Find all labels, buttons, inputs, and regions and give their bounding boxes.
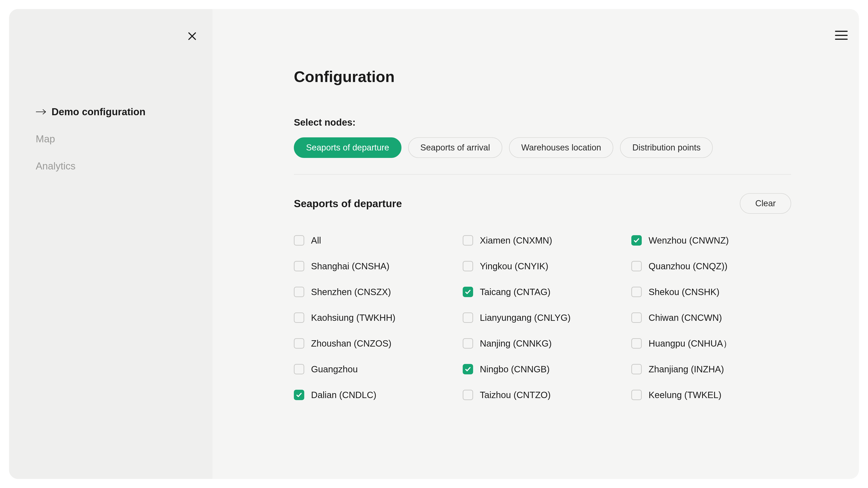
- menu-button[interactable]: [835, 31, 848, 40]
- checkbox-label: Guangzhou: [311, 364, 358, 375]
- checkbox-label: Zhanjiang (INZHA): [649, 364, 724, 375]
- tab-warehouses-location[interactable]: Warehouses location: [509, 137, 613, 158]
- sidebar-item-label: Analytics: [36, 160, 75, 172]
- checkbox-grid: AllShanghai (CNSHA)Shenzhen (CNSZX)Kaohs…: [294, 234, 791, 401]
- checkbox-box[interactable]: [294, 235, 304, 246]
- checkbox-box[interactable]: [631, 338, 642, 349]
- checkbox-box[interactable]: [294, 364, 304, 375]
- checkbox-item[interactable]: Shanghai (CNSHA): [294, 260, 454, 272]
- checkbox-box[interactable]: [294, 261, 304, 271]
- checkbox-box[interactable]: [631, 287, 642, 297]
- checkbox-box[interactable]: [463, 338, 473, 349]
- checkbox-item[interactable]: Chiwan (CNCWN): [631, 311, 791, 324]
- checkbox-label: Huangpu (CNHUA）: [649, 337, 732, 350]
- checkbox-box[interactable]: [463, 235, 473, 246]
- checkbox-box[interactable]: [463, 287, 473, 297]
- checkbox-item[interactable]: Ningbo (CNNGB): [463, 363, 622, 376]
- clear-button[interactable]: Clear: [740, 193, 791, 214]
- node-tabs: Seaports of departure Seaports of arriva…: [294, 137, 791, 175]
- sidebar-item-map[interactable]: Map: [36, 133, 213, 144]
- checkbox-item[interactable]: Wenzhou (CNWNZ): [631, 234, 791, 247]
- close-icon: [187, 31, 197, 41]
- checkbox-item[interactable]: Taicang (CNTAG): [463, 286, 622, 298]
- checkbox-label: Keelung (TWKEL): [649, 390, 721, 400]
- checkbox-item[interactable]: Taizhou (CNTZO): [463, 389, 622, 401]
- checkbox-label: All: [311, 235, 321, 246]
- checkbox-box[interactable]: [463, 390, 473, 400]
- checkbox-box[interactable]: [631, 261, 642, 271]
- checkbox-item[interactable]: Lianyungang (CNLYG): [463, 311, 622, 324]
- checkbox-box[interactable]: [294, 390, 304, 400]
- checkbox-item[interactable]: Quanzhou (CNQZ)): [631, 260, 791, 272]
- checkbox-label: Shekou (CNSHK): [649, 287, 719, 297]
- checkbox-label: Chiwan (CNCWN): [649, 313, 722, 323]
- checkbox-box[interactable]: [463, 364, 473, 375]
- sidebar: Demo configuration Map Analytics: [9, 9, 213, 479]
- select-nodes-label: Select nodes:: [294, 117, 791, 128]
- checkbox-item[interactable]: Zhanjiang (INZHA): [631, 363, 791, 376]
- checkbox-box[interactable]: [631, 364, 642, 375]
- checkbox-item[interactable]: Shekou (CNSHK): [631, 286, 791, 298]
- app-window: Demo configuration Map Analytics Configu…: [9, 9, 859, 479]
- tab-seaports-arrival[interactable]: Seaports of arrival: [408, 137, 502, 158]
- checkbox-label: Nanjing (CNNKG): [480, 338, 552, 349]
- tab-distribution-points[interactable]: Distribution points: [620, 137, 713, 158]
- checkbox-label: Xiamen (CNXMN): [480, 235, 552, 246]
- checkbox-item[interactable]: All: [294, 234, 454, 247]
- checkbox-label: Shenzhen (CNSZX): [311, 287, 391, 297]
- checkbox-label: Yingkou (CNYIK): [480, 261, 548, 271]
- checkbox-label: Dalian (CNDLC): [311, 390, 376, 400]
- section-header: Seaports of departure Clear: [294, 193, 791, 214]
- checkbox-label: Zhoushan (CNZOS): [311, 338, 392, 349]
- checkbox-box[interactable]: [463, 313, 473, 323]
- sidebar-item-analytics[interactable]: Analytics: [36, 160, 213, 172]
- main-content: Configuration Select nodes: Seaports of …: [213, 9, 859, 479]
- checkbox-item[interactable]: Yingkou (CNYIK): [463, 260, 622, 272]
- arrow-right-icon: [36, 108, 46, 116]
- checkbox-item[interactable]: Huangpu (CNHUA）: [631, 337, 791, 350]
- hamburger-icon: [835, 31, 848, 32]
- checkbox-item[interactable]: Zhoushan (CNZOS): [294, 337, 454, 350]
- checkbox-item[interactable]: Dalian (CNDLC): [294, 389, 454, 401]
- checkbox-box[interactable]: [631, 390, 642, 400]
- checkbox-label: Shanghai (CNSHA): [311, 261, 390, 271]
- tab-seaports-departure[interactable]: Seaports of departure: [294, 137, 401, 158]
- checkbox-label: Ningbo (CNNGB): [480, 364, 550, 375]
- check-icon: [465, 366, 471, 372]
- checkbox-item[interactable]: Shenzhen (CNSZX): [294, 286, 454, 298]
- section-title: Seaports of departure: [294, 197, 402, 210]
- check-icon: [465, 289, 471, 295]
- page-title: Configuration: [294, 68, 791, 86]
- sidebar-item-label: Map: [36, 133, 55, 144]
- checkbox-box[interactable]: [463, 261, 473, 271]
- checkbox-item[interactable]: Xiamen (CNXMN): [463, 234, 622, 247]
- checkbox-label: Taizhou (CNTZO): [480, 390, 551, 400]
- checkbox-label: Wenzhou (CNWNZ): [649, 235, 729, 246]
- checkbox-item[interactable]: Guangzhou: [294, 363, 454, 376]
- checkbox-box[interactable]: [294, 338, 304, 349]
- checkbox-label: Kaohsiung (TWKHH): [311, 313, 395, 323]
- sidebar-item-demo-configuration[interactable]: Demo configuration: [36, 106, 213, 118]
- check-icon: [633, 237, 640, 243]
- sidebar-nav: Demo configuration Map Analytics: [36, 106, 213, 172]
- checkbox-item[interactable]: Keelung (TWKEL): [631, 389, 791, 401]
- checkbox-label: Taicang (CNTAG): [480, 287, 551, 297]
- checkbox-item[interactable]: Nanjing (CNNKG): [463, 337, 622, 350]
- checkbox-box[interactable]: [294, 313, 304, 323]
- sidebar-item-label: Demo configuration: [52, 106, 146, 118]
- checkbox-box[interactable]: [631, 313, 642, 323]
- checkbox-label: Lianyungang (CNLYG): [480, 313, 571, 323]
- close-button[interactable]: [185, 29, 199, 43]
- checkbox-label: Quanzhou (CNQZ)): [649, 261, 727, 271]
- checkbox-box[interactable]: [631, 235, 642, 246]
- checkbox-item[interactable]: Kaohsiung (TWKHH): [294, 311, 454, 324]
- checkbox-box[interactable]: [294, 287, 304, 297]
- check-icon: [296, 392, 302, 398]
